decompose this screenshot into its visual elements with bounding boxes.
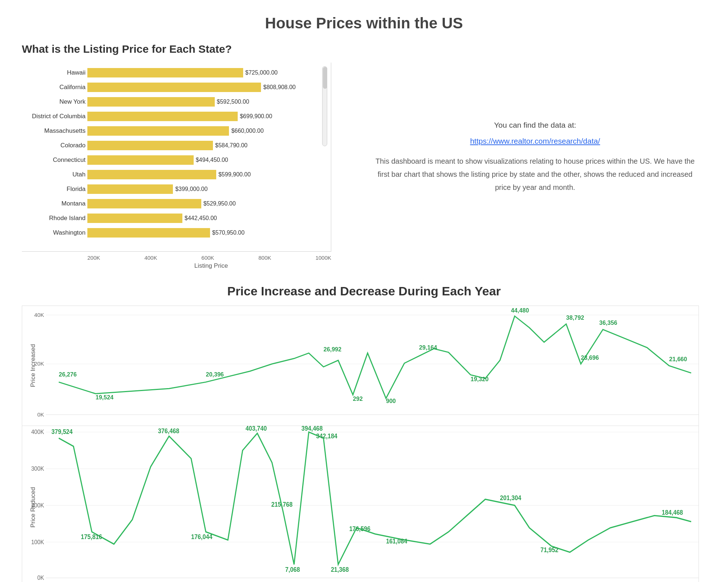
- bar-fill: [87, 199, 201, 208]
- bottom-chart-container: Price Increased 40K 20K 0K 26,27619,5242…: [22, 306, 699, 582]
- bar-value-label: $592,500.00: [217, 99, 249, 105]
- svg-text:176,596: 176,596: [349, 525, 370, 533]
- bar-chart-title: What is the Listing Price for Each State…: [22, 43, 349, 55]
- svg-text:900: 900: [386, 398, 396, 404]
- info-box: You can find the data at: https://www.re…: [364, 43, 706, 270]
- bar-fill: [87, 83, 261, 92]
- bar-fill: [87, 155, 194, 165]
- top-section: What is the Listing Price for Each State…: [0, 43, 728, 270]
- x-tick: 400K: [145, 255, 157, 261]
- bar-state-label: District of Columbia: [20, 113, 86, 120]
- svg-text:71,952: 71,952: [541, 546, 558, 554]
- svg-text:20,396: 20,396: [206, 371, 223, 378]
- bar-value-label: $570,950.00: [212, 230, 245, 236]
- svg-text:184,468: 184,468: [662, 509, 683, 516]
- bar-value-label: $442,450.00: [185, 215, 217, 222]
- bar-row: Colorado$584,790.00: [87, 139, 331, 152]
- svg-text:44,480: 44,480: [511, 307, 529, 314]
- page-title: House Prices within the US: [0, 0, 728, 43]
- bar-chart-inner: Hawaii$725,000.00California$808,908.00Ne…: [22, 63, 331, 252]
- bar-state-label: Utah: [20, 171, 86, 178]
- bar-row: Connecticut$494,450.00: [87, 154, 331, 167]
- svg-text:7,068: 7,068: [285, 566, 300, 573]
- bar-track: $399,000.00: [87, 184, 207, 194]
- bar-row: Montana$529,950.00: [87, 197, 331, 210]
- bar-chart-container: What is the Listing Price for Each State…: [22, 43, 349, 270]
- x-axis-title: Listing Price: [22, 262, 335, 270]
- svg-text:376,468: 376,468: [158, 427, 179, 435]
- svg-text:292: 292: [353, 395, 363, 402]
- bar-value-label: $494,450.00: [196, 157, 228, 163]
- bar-fill: [87, 214, 182, 223]
- svg-text:394,468: 394,468: [301, 425, 323, 432]
- bar-row: Hawaii$725,000.00: [87, 66, 331, 79]
- bar-row: New York$592,500.00: [87, 95, 331, 108]
- bar-fill: [87, 97, 215, 107]
- svg-text:19,524: 19,524: [95, 394, 113, 400]
- bar-track: $592,500.00: [87, 97, 249, 107]
- bar-row: California$808,908.00: [87, 81, 331, 94]
- x-tick: 1000K: [316, 255, 331, 261]
- bar-track: $570,950.00: [87, 228, 245, 238]
- bar-state-label: California: [20, 84, 86, 91]
- svg-text:26,276: 26,276: [59, 371, 76, 378]
- bar-value-label: $599,900.00: [218, 171, 251, 178]
- bar-track: $599,900.00: [87, 170, 251, 179]
- bottom-chart-title: Price Increase and Decrease During Each …: [22, 284, 706, 298]
- bar-row: Utah$599,900.00: [87, 168, 331, 181]
- bar-state-label: Washington: [20, 229, 86, 236]
- bar-value-label: $808,908.00: [263, 84, 296, 91]
- svg-text:23,696: 23,696: [581, 354, 599, 361]
- bar-value-label: $399,000.00: [175, 186, 207, 192]
- bar-track: $442,450.00: [87, 214, 217, 223]
- bar-track: $699,900.00: [87, 112, 272, 121]
- description: This dashboard is meant to show visualiz…: [375, 155, 695, 194]
- svg-text:21,660: 21,660: [669, 356, 687, 362]
- svg-text:161,084: 161,084: [386, 538, 407, 545]
- bar-fill: [87, 170, 216, 179]
- svg-text:0K: 0K: [37, 411, 44, 418]
- bar-state-label: Colorado: [20, 142, 86, 149]
- svg-text:200K: 200K: [31, 502, 44, 509]
- x-tick: 200K: [87, 255, 100, 261]
- svg-text:29,164: 29,164: [419, 344, 437, 351]
- svg-text:342,184: 342,184: [316, 432, 337, 440]
- bar-state-label: Rhode Island: [20, 215, 86, 222]
- bar-state-label: Massachusetts: [20, 127, 86, 135]
- svg-text:379,524: 379,524: [51, 428, 73, 436]
- bar-state-label: Hawaii: [20, 69, 86, 76]
- bar-fill: [87, 184, 173, 194]
- bar-fill: [87, 112, 238, 121]
- upper-chart: Price Increased 40K 20K 0K 26,27619,5242…: [22, 306, 699, 426]
- bar-fill: [87, 68, 243, 77]
- svg-text:176,044: 176,044: [191, 534, 213, 541]
- x-axis: 200K400K600K800K1000K: [22, 255, 331, 261]
- svg-text:201,304: 201,304: [500, 494, 522, 502]
- bar-row: District of Columbia$699,900.00: [87, 110, 331, 123]
- bar-row: Washington$570,950.00: [87, 226, 331, 239]
- bar-value-label: $660,000.00: [231, 128, 264, 134]
- svg-text:0K: 0K: [37, 575, 44, 581]
- svg-text:400K: 400K: [31, 429, 44, 435]
- bar-value-label: $584,790.00: [215, 142, 248, 149]
- scrollbar-thumb[interactable]: [323, 67, 327, 89]
- bar-track: $660,000.00: [87, 126, 264, 136]
- svg-text:300K: 300K: [31, 465, 44, 472]
- svg-text:26,992: 26,992: [324, 346, 341, 352]
- bar-value-label: $725,000.00: [245, 69, 278, 76]
- bar-state-label: Montana: [20, 200, 86, 207]
- svg-text:100K: 100K: [31, 539, 44, 545]
- svg-text:215,768: 215,768: [271, 501, 292, 508]
- bar-fill: [87, 126, 229, 136]
- scrollbar[interactable]: [322, 66, 327, 146]
- bar-row: Massachusetts$660,000.00: [87, 124, 331, 137]
- svg-text:403,740: 403,740: [246, 425, 267, 432]
- bar-row: Florida$399,000.00: [87, 183, 331, 196]
- bar-fill: [87, 228, 210, 238]
- svg-text:36,356: 36,356: [599, 319, 617, 326]
- source-link[interactable]: https://www.realtor.com/research/data/: [470, 135, 600, 148]
- source-label: You can find the data at:: [494, 119, 576, 132]
- bar-value-label: $699,900.00: [240, 113, 272, 120]
- bar-track: $725,000.00: [87, 68, 278, 77]
- lower-chart: Price Reduced 400K 300K 200K 100K 0K 379…: [22, 426, 699, 582]
